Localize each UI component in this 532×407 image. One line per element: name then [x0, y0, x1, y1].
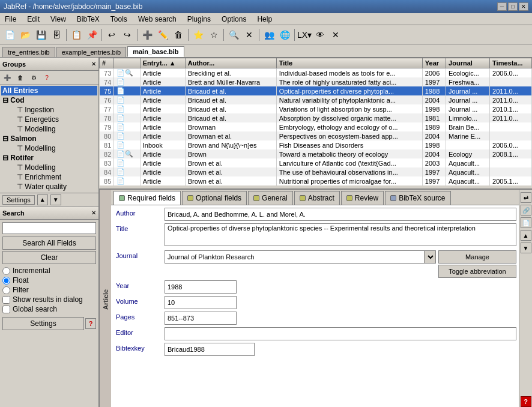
table-row[interactable]: 82📄🔍ArticleBrownToward a metabolic theor…: [100, 149, 532, 158]
menu-file[interactable]: File: [2, 14, 19, 24]
group-cod-ingestion[interactable]: ⊤ Ingestion: [1, 105, 97, 115]
group-all-entries[interactable]: All Entries: [1, 86, 97, 95]
title-input[interactable]: [165, 223, 516, 246]
new-entry-button[interactable]: ➕: [140, 28, 154, 42]
new-database-button[interactable]: 📄: [2, 28, 17, 42]
minimize-button[interactable]: ─: [497, 2, 507, 11]
menu-tools[interactable]: Tools: [108, 14, 130, 24]
side-btn-4[interactable]: ▲: [521, 230, 531, 241]
table-row[interactable]: 81📄InbookBrown and N{\u}{\~n}esFish Dise…: [100, 140, 532, 149]
incremental-radio[interactable]: [2, 267, 10, 275]
bibtexkey-input[interactable]: [165, 343, 255, 356]
search-settings-button[interactable]: Settings: [2, 317, 84, 330]
tab-bibtex-source[interactable]: BibTeX source: [385, 191, 450, 205]
global-search-checkbox[interactable]: [2, 306, 10, 313]
tab-required-fields[interactable]: Required fields: [113, 191, 181, 205]
save-all-button[interactable]: 🗄: [49, 28, 64, 42]
close-button[interactable]: ✕: [519, 2, 528, 11]
group-salmon-modelling[interactable]: ⊤ Modelling: [1, 143, 97, 153]
paste-button[interactable]: 📌: [85, 28, 99, 42]
tab-example-entries[interactable]: example_entries.bib: [56, 47, 126, 57]
delete-entry-button[interactable]: 🗑: [171, 28, 186, 42]
table-row-selected[interactable]: 75📄ArticleBricaud et al.Optical-properti…: [100, 86, 532, 95]
groups-help-button[interactable]: ?: [41, 72, 53, 83]
col-entrytype[interactable]: Entryt... ▲: [140, 58, 185, 68]
preview-button[interactable]: 👁: [313, 28, 327, 42]
group-cod-energetics[interactable]: ⊤ Energetics: [1, 115, 97, 124]
menu-plugins[interactable]: Plugins: [185, 14, 213, 24]
manage-journal-button[interactable]: Manage: [438, 250, 516, 264]
settings-button[interactable]: Settings: [2, 195, 35, 205]
side-btn-1[interactable]: ⇄: [521, 192, 531, 203]
group-salmon[interactable]: ⊟ Salmon: [1, 134, 97, 143]
table-row[interactable]: 80📄ArticleBrowman et al.Perspectives on …: [100, 131, 532, 140]
side-btn-2[interactable]: 🔗: [521, 205, 531, 216]
table-row[interactable]: 78📄ArticleBricaud et al.Absorption by di…: [100, 113, 532, 122]
search-close-button[interactable]: ✕: [242, 28, 256, 42]
option-global-search[interactable]: Global search: [2, 305, 96, 313]
group-cod-modelling[interactable]: ⊤ Modelling: [1, 124, 97, 134]
tab-review[interactable]: Review: [341, 191, 384, 205]
groups-remove-button[interactable]: 🗑: [14, 72, 26, 83]
side-btn-5[interactable]: ▼: [521, 243, 531, 253]
search-panel-close[interactable]: ✕: [91, 210, 96, 216]
table-row[interactable]: 83📄ArticleBrown et al.Larviculture of At…: [100, 158, 532, 167]
menu-edit[interactable]: Edit: [25, 14, 42, 24]
group-cod[interactable]: ⊟ Cod: [1, 95, 97, 105]
menu-options[interactable]: Options: [219, 14, 249, 24]
groups-add-button[interactable]: ➕: [1, 72, 13, 83]
menu-help[interactable]: Help: [255, 14, 274, 24]
tab-abstract[interactable]: Abstract: [294, 191, 340, 205]
filter-down-button[interactable]: ▼: [50, 194, 61, 205]
unmark-button[interactable]: ☆: [207, 28, 221, 42]
undo-button[interactable]: ↩: [104, 28, 119, 42]
volume-input[interactable]: [165, 296, 237, 309]
option-float[interactable]: Float: [2, 276, 96, 285]
copy-button[interactable]: 📋: [69, 28, 83, 42]
side-btn-3[interactable]: 📄: [521, 217, 531, 228]
filter-radio[interactable]: [2, 286, 10, 294]
mark-button[interactable]: ⭐: [191, 28, 205, 42]
col-author[interactable]: Author...: [185, 58, 276, 68]
pages-input[interactable]: [165, 312, 237, 325]
table-row[interactable]: 85📄ArticleBrown et al.Nutritional proper…: [100, 176, 532, 185]
groups-panel-close[interactable]: ✕: [91, 61, 96, 67]
option-filter[interactable]: Filter: [2, 286, 96, 294]
show-results-dialog-checkbox[interactable]: [2, 296, 10, 304]
col-timestamp[interactable]: Timesta...: [490, 58, 532, 68]
filter-up-button[interactable]: ▲: [37, 194, 48, 205]
table-row[interactable]: 84📄ArticleBrown et al.The use of behavio…: [100, 167, 532, 176]
save-button[interactable]: 💾: [34, 28, 48, 42]
group-rotifer-waterquality[interactable]: ⊤ Water quality: [1, 182, 97, 191]
author-input[interactable]: [165, 208, 516, 221]
tab-main-base[interactable]: main_base.bib: [127, 46, 184, 57]
col-year[interactable]: Year: [422, 58, 446, 68]
lang-button[interactable]: LX▾: [297, 28, 312, 42]
float-radio[interactable]: [2, 277, 10, 285]
redo-button[interactable]: ↪: [120, 28, 135, 42]
col-journal[interactable]: Journal: [446, 58, 490, 68]
toggle-abbreviation-button[interactable]: Toggle abbreviation: [438, 265, 516, 278]
search-all-fields-button[interactable]: Search All Fields: [2, 237, 96, 250]
table-row[interactable]: 76📄ArticleBricaud et al.Natural variabil…: [100, 95, 532, 104]
search-help-button[interactable]: ?: [85, 318, 96, 329]
group-rotifer-modelling[interactable]: ⊤ Modelling: [1, 163, 97, 172]
table-row[interactable]: 74📄ArticleBrett and Müller-NavarraThe ro…: [100, 77, 532, 86]
fetch-button[interactable]: 🌐: [277, 28, 292, 42]
table-row[interactable]: 73📄🔍ArticleBreckling et al.Individual-ba…: [100, 68, 532, 78]
journal-dropdown-select[interactable]: [424, 250, 436, 264]
required-indicator[interactable]: ?: [521, 396, 531, 407]
tab-tre-entries[interactable]: tre_entries.bib: [2, 47, 55, 57]
table-row[interactable]: 79📄ArticleBrowmanEmbryology, ethology an…: [100, 122, 532, 131]
menu-bibtex[interactable]: BibTeX: [74, 14, 102, 24]
search-button[interactable]: 🔍: [226, 28, 241, 42]
col-num[interactable]: #: [100, 58, 114, 68]
table-row[interactable]: 77📄ArticleBricaud et al.Variations of li…: [100, 104, 532, 113]
group-rotifer[interactable]: ⊟ Rotifer: [1, 153, 97, 163]
journal-input[interactable]: [165, 250, 424, 264]
option-incremental[interactable]: Incremental: [2, 267, 96, 275]
editor-field-input[interactable]: [165, 327, 516, 340]
edit-entry-button[interactable]: ✏️: [156, 28, 170, 42]
group-rotifer-enrichment[interactable]: ⊤ Enrichment: [1, 172, 97, 182]
option-show-results-dialog[interactable]: Show results in dialog: [2, 295, 96, 304]
